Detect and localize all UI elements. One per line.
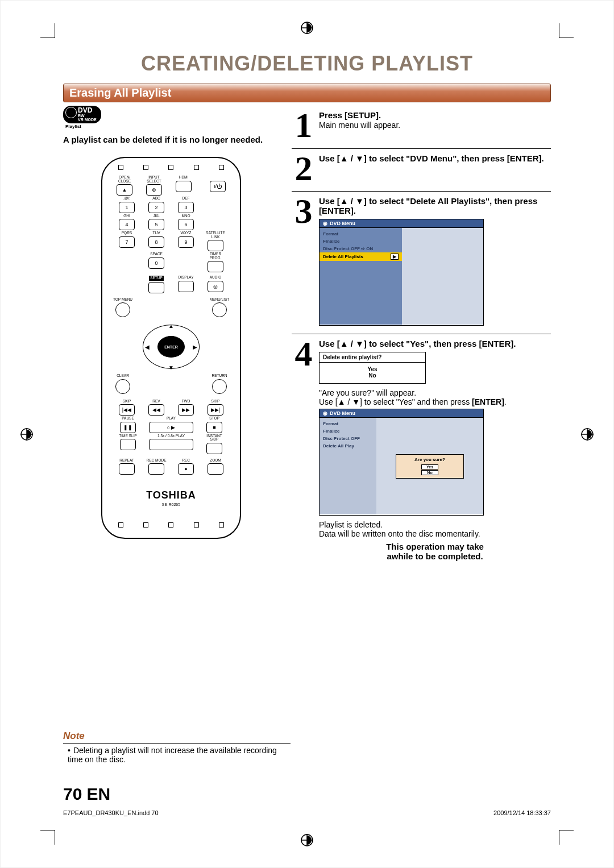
key-def-label: DEF [182,197,190,201]
enter-button[interactable]: ENTER [157,336,185,358]
popup-question: Are you sure? [399,457,461,462]
note-text: Deleting a playlist will not increase th… [68,746,277,764]
key-4[interactable]: 4 [119,219,135,230]
open-close-label: OPEN/ CLOSE [118,176,131,183]
hdmi-button[interactable] [176,181,192,192]
play-label: PLAY [167,417,176,421]
d-pad[interactable]: ENTER ▲ ▼ ◀ ▶ [137,321,205,373]
step-title: Press [SETUP]. [319,110,381,120]
page-number: 70EN [63,784,110,804]
skip-fwd-button[interactable]: ▶▶| [208,404,223,416]
registration-mark-icon [300,21,314,35]
key-1[interactable]: 1 [119,202,135,213]
step-number: 1 [292,110,316,140]
key-8[interactable]: 8 [148,236,164,248]
key-wxyz-label: WXYZ [181,231,192,235]
confirm-question: Delete entire playlist? [320,352,425,363]
key-9[interactable]: 9 [178,236,194,248]
key-7[interactable]: 7 [119,236,135,248]
page-lang: EN [86,784,110,803]
key-3[interactable]: 3 [178,202,194,213]
timer-prog-label: TIMER PROG. [210,252,222,260]
key-5[interactable]: 5 [148,219,164,230]
key-tuv-label: TUV [153,231,160,235]
remote-model: SE-R0265 [108,502,234,506]
rev-button[interactable]: ◀◀ [148,404,164,416]
input-select-button[interactable]: ⊕ [146,184,162,196]
speed-play-button[interactable] [149,439,193,450]
skip-fwd-label: SKIP [211,400,220,404]
rec-button[interactable]: ● [178,463,194,475]
satellite-link-button[interactable] [208,240,223,251]
confirm-yes: Yes [320,366,425,372]
instant-skip-label: INSTANT SKIP [203,434,226,442]
section-heading: Erasing All Playlist [63,84,551,102]
popup-no: No [421,470,438,475]
registration-mark-icon [580,427,594,441]
step-1: 1 Press [SETUP]. Main menu will appear. [292,106,551,148]
setup-label: SETUP [149,276,164,281]
step-text: Data will be written onto the disc momen… [319,529,551,538]
menu-list-label: MENU/LIST [210,298,230,302]
stop-button[interactable]: ■ [206,422,222,433]
dvd-badge: DVD RW VR MODE Playlist [63,106,279,129]
up-arrow-icon: ▲ [168,323,174,329]
step-title: Use [▲ / ▼] to select "Yes", then press … [319,339,516,348]
intro-text: A playlist can be deleted if it is no lo… [63,135,279,144]
speed-play-label: 1.3x / 0.8x PLAY [157,434,185,438]
step-subtext: Main menu will appear. [319,121,400,130]
osd-item: Finalize [320,427,376,435]
key-0[interactable]: 0 [148,258,164,269]
hdmi-label: HDMI [179,176,189,180]
rec-label: REC [182,459,190,463]
confirm-popup: Delete entire playlist? Yes No [319,352,426,384]
step-3: 3 Use [▲ / ▼] to select "Delete All Play… [292,191,551,334]
step-title: Use [▲ / ▼] to select "Delete All Playli… [319,196,537,215]
zoom-label: ZOOM [210,459,221,463]
menu-list-button[interactable] [212,302,227,317]
registration-mark-icon [300,833,314,847]
key-sym-label: .@/: [123,197,130,201]
footer-file: E7PEAUD_DR430KU_EN.indd 70 [63,809,159,816]
step-number: 2 [292,153,316,184]
step-text: Use [▲ / ▼] to select "Yes" and then pre… [319,397,470,406]
pause-label: PAUSE [122,417,134,421]
open-close-button[interactable]: ▲ [117,184,132,196]
fwd-button[interactable]: ▶▶ [178,404,194,416]
skip-back-button[interactable]: |◀◀ [119,404,135,416]
power-button[interactable]: I/⏻ [210,181,226,192]
warning-text: This operation may take [319,542,551,551]
audio-label: AUDIO [210,276,222,280]
key-mno-label: MNO [181,214,190,218]
stop-label: STOP [209,417,219,421]
timer-prog-button[interactable] [208,261,223,272]
left-arrow-icon: ◀ [145,344,150,350]
step-text: Playlist is deleted. [319,520,551,529]
note-box: Note • Deleting a playlist will not incr… [63,730,291,764]
fwd-label: FWD [182,400,190,404]
rec-mode-button[interactable] [148,463,164,475]
play-button[interactable]: ○ ▶ [149,422,193,433]
zoom-button[interactable] [208,463,223,475]
repeat-button[interactable] [119,463,135,475]
time-slip-label: TIME SLIP [119,434,136,438]
setup-button[interactable] [148,282,164,293]
popup-yes: Yes [421,464,438,470]
audio-button[interactable]: ◎ [208,281,223,292]
pause-button[interactable]: ❚❚ [120,422,136,433]
space-label: SPACE [150,252,163,256]
step-2: 2 Use [▲ / ▼] to select "DVD Menu", then… [292,148,551,192]
top-menu-button[interactable] [115,302,130,317]
step-number: 4 [292,339,316,561]
enter-label: [ENTER] [472,397,504,406]
bullet-icon: • [68,746,71,755]
key-2[interactable]: 2 [148,202,164,213]
step-title: Use [▲ / ▼] to select "DVD Menu", then p… [319,153,544,163]
clear-button[interactable] [115,379,130,394]
display-button[interactable] [178,281,194,292]
time-slip-button[interactable] [120,439,136,450]
return-button[interactable] [212,379,227,394]
instant-skip-button[interactable] [206,443,222,454]
key-6[interactable]: 6 [178,219,194,230]
osd-header-text: DVD Menu [330,410,355,416]
